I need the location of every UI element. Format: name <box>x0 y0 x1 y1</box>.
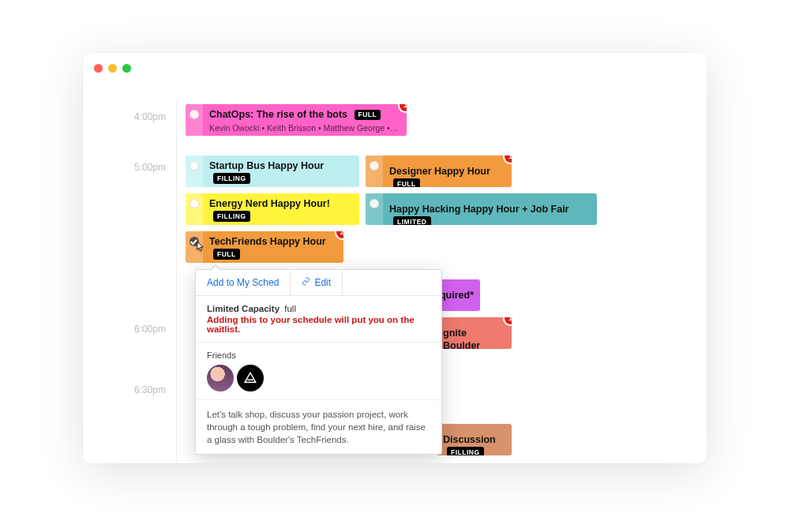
popover-tabs: Add to My Sched Edit <box>196 270 441 296</box>
event-title: TechFriends Happy Hour <box>209 236 326 247</box>
add-label: Add to My Sched <box>207 277 279 288</box>
event-checkbox[interactable] <box>189 199 199 208</box>
event-checkbox[interactable] <box>189 110 199 119</box>
event-title: gnite Boulder <box>443 328 480 349</box>
event-checkbox[interactable] <box>370 199 379 208</box>
event-card-ignite[interactable]: gnite Boulder 1 <box>437 317 512 349</box>
event-speakers: Beth Hartman <box>209 224 353 225</box>
event-title: Designer Happy Hour <box>389 166 490 177</box>
window-minimize-button[interactable] <box>108 64 117 73</box>
edit-label: Edit <box>314 277 331 288</box>
event-popover: Add to My Sched Edit Limited Capacity fu… <box>195 269 442 455</box>
time-label-4pm: 4:00pm <box>122 111 166 122</box>
event-card-startup-bus[interactable]: Startup Bus Happy Hour FILLING Mitch Nef… <box>186 155 359 187</box>
event-card-energy-nerd[interactable]: Energy Nerd Happy Hour! FILLING Beth Har… <box>186 193 359 225</box>
status-badge: FULL <box>213 249 240 260</box>
event-speakers: Jesse Litton • Dave Stadler <box>209 262 337 263</box>
event-checkbox-stripe <box>186 193 203 225</box>
event-checkbox-stripe <box>186 231 203 263</box>
event-title: Startup Bus Happy Hour <box>209 160 324 171</box>
description-section: Let's talk shop, discuss your passion pr… <box>196 400 441 454</box>
status-badge: FILLING <box>213 211 250 222</box>
event-title: Discussion <box>443 434 496 445</box>
notification-badge: 1 <box>400 104 407 111</box>
event-speakers: Mitch Neff <box>209 186 353 187</box>
status-badge: FULL <box>393 178 420 187</box>
event-card-chatops[interactable]: ChatOps: The rise of the bots FULL Kevin… <box>186 104 407 136</box>
event-title: Energy Nerd Happy Hour! <box>209 198 330 209</box>
event-card-designer[interactable]: Designer Happy Hour FULL 1 <box>366 155 512 187</box>
status-badge: FILLING <box>213 173 250 184</box>
event-title: ChatOps: The rise of the bots <box>209 109 347 120</box>
event-card-happy-hacking[interactable]: Happy Hacking Happy Hour + Job Fair LIMI… <box>366 193 597 225</box>
time-label-6pm: 6:00pm <box>122 324 166 335</box>
capacity-section: Limited Capacity full Adding this to you… <box>196 296 441 343</box>
friends-avatars <box>207 365 430 392</box>
friends-label: Friends <box>207 350 430 360</box>
event-speakers: Kevin Owocki • Keith Brisson • Matthew G… <box>209 123 400 133</box>
friends-section: Friends <box>196 343 441 400</box>
schedule-grid: 4:00pm 5:00pm 6:00pm 6:30pm ChatOps: The… <box>107 100 691 463</box>
status-badge: FULL <box>355 110 381 121</box>
avatar[interactable] <box>207 365 234 392</box>
event-description: Let's talk shop, discuss your passion pr… <box>207 408 430 446</box>
notification-badge: 2 <box>336 231 343 238</box>
event-title: Happy Hacking Happy Hour + Job Fair <box>389 204 568 215</box>
event-checkbox-stripe <box>366 155 383 187</box>
time-label-630pm: 6:30pm <box>122 384 166 395</box>
event-checkbox-stripe <box>366 193 383 225</box>
event-checkbox-checked[interactable] <box>189 237 199 246</box>
timeline-divider <box>176 100 177 463</box>
event-card-discussion[interactable]: Discussion FILLING <box>437 424 512 455</box>
edit-button[interactable]: Edit <box>291 270 343 295</box>
edit-icon <box>302 277 310 288</box>
event-card-techfriends[interactable]: TechFriends Happy Hour FULL Jesse Litton… <box>186 231 343 263</box>
time-label-5pm: 5:00pm <box>122 162 166 173</box>
waitlist-warning: Adding this to your schedule will put yo… <box>207 315 430 334</box>
event-checkbox-stripe <box>186 104 203 136</box>
window-close-button[interactable] <box>94 64 103 73</box>
window-controls <box>94 64 131 73</box>
notification-badge: 1 <box>505 155 512 163</box>
window-zoom-button[interactable] <box>122 64 131 73</box>
app-window: 4:00pm 5:00pm 6:00pm 6:30pm ChatOps: The… <box>83 53 707 463</box>
avatar[interactable] <box>237 365 264 392</box>
capacity-label: Limited Capacity full <box>207 304 430 313</box>
event-checkbox[interactable] <box>370 161 379 170</box>
event-checkbox-stripe <box>186 155 203 187</box>
status-badge: FILLING <box>447 447 484 455</box>
event-checkbox[interactable] <box>189 161 199 170</box>
notification-badge: 1 <box>505 317 512 324</box>
status-badge: LIMITED <box>393 216 431 225</box>
add-to-sched-button[interactable]: Add to My Sched <box>196 270 291 295</box>
